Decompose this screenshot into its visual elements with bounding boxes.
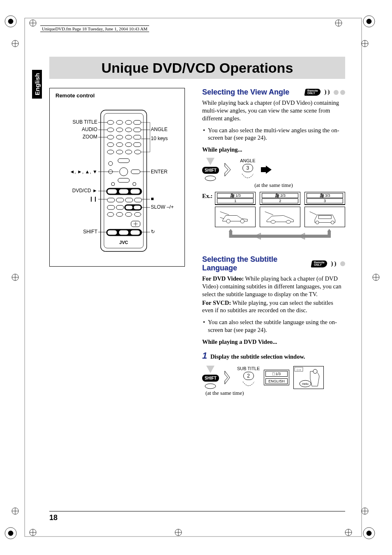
svg-text:ENTER: ENTER — [151, 169, 168, 175]
subtitle-button-2: 2 — [243, 372, 254, 380]
svg-point-29 — [175, 529, 182, 536]
svg-text:↻: ↻ — [151, 229, 155, 235]
svg-point-127 — [240, 219, 244, 223]
svg-text:⎕ 1/3: ⎕ 1/3 — [297, 369, 301, 371]
svg-point-26 — [30, 529, 36, 536]
svg-rect-74 — [119, 189, 129, 194]
svg-point-62 — [125, 150, 132, 154]
remote-control-diagram: Remote control — [49, 88, 185, 267]
same-time-caption: (at the same time) — [202, 182, 345, 189]
subtitle-label: SUB TITLE — [237, 366, 260, 371]
svg-rect-78 — [125, 198, 133, 202]
svg-text:ZOOM: ZOOM — [83, 134, 97, 140]
svg-point-48 — [107, 128, 114, 132]
svg-point-11 — [362, 40, 368, 47]
svg-line-132 — [265, 212, 273, 215]
svg-text:SUB TITLE: SUB TITLE — [73, 119, 97, 125]
svg-point-58 — [125, 143, 132, 147]
svg-rect-59 — [134, 143, 141, 147]
svg-point-54 — [125, 135, 132, 139]
svg-point-17 — [373, 274, 379, 281]
svg-text:■: ■ — [151, 196, 154, 202]
svg-rect-81 — [116, 205, 124, 210]
page-title: Unique DVD/VCD Operations — [49, 57, 345, 79]
svg-text:Hello: Hello — [302, 382, 309, 385]
svg-marker-140 — [328, 229, 331, 232]
section1-button-illustration: SHIFT ANGLE 3 — [202, 158, 345, 181]
svg-line-129 — [220, 217, 224, 219]
svg-marker-142 — [225, 371, 230, 384]
svg-text:DVD/CD ►: DVD/CD ► — [72, 188, 97, 193]
svg-point-35 — [30, 20, 36, 26]
svg-point-63 — [134, 150, 141, 154]
angle-label: ANGLE — [240, 158, 255, 163]
press-arrow-icon — [223, 161, 235, 178]
remote-only-badge: RemoteONLY — [311, 260, 328, 267]
svg-point-61 — [116, 150, 123, 154]
svg-point-50 — [125, 128, 132, 132]
svg-text:◄, ►, ▲, ▼: ◄, ►, ▲, ▼ — [69, 169, 97, 175]
svg-rect-84 — [134, 205, 141, 210]
svg-point-131 — [286, 220, 291, 223]
svg-point-1 — [8, 19, 13, 24]
svg-rect-80 — [107, 205, 115, 210]
svg-text:AUDIO: AUDIO — [82, 127, 97, 132]
svg-rect-95 — [130, 230, 140, 235]
svg-point-126 — [226, 219, 230, 223]
svg-point-57 — [116, 143, 123, 147]
section1-para: While playing back a chapter (of DVD Vid… — [202, 99, 345, 122]
ex-label: Ex.: — [202, 193, 212, 200]
svg-text:❙❙: ❙❙ — [89, 196, 97, 202]
shift-button: SHIFT — [202, 375, 219, 382]
svg-point-5 — [8, 531, 13, 536]
svg-rect-77 — [116, 198, 124, 202]
section1-subhead: While playing... — [202, 146, 345, 154]
section1-title: Selecting the View Angle — [202, 88, 302, 97]
svg-text:JVC: JVC — [119, 240, 128, 245]
sound-icon: ⦘⦘ — [330, 260, 337, 267]
svg-point-86 — [116, 212, 123, 216]
svg-point-88 — [134, 212, 141, 216]
svg-point-64 — [108, 161, 113, 166]
svg-point-52 — [107, 135, 114, 139]
svg-point-145 — [313, 369, 317, 373]
color-dots — [340, 261, 345, 266]
svg-point-56 — [107, 143, 114, 147]
svg-point-4 — [5, 527, 16, 539]
angle-row-cars — [215, 207, 345, 227]
svg-rect-76 — [107, 198, 115, 202]
svg-point-70 — [111, 182, 115, 186]
remote-title: Remote control — [55, 92, 179, 99]
svg-point-46 — [125, 120, 132, 124]
svg-point-85 — [107, 212, 114, 216]
step1: 1 Display the subtitle selection window. — [202, 350, 345, 362]
svg-rect-68 — [131, 170, 140, 174]
svg-point-6 — [363, 527, 375, 539]
svg-point-141 — [205, 384, 216, 389]
svg-point-44 — [107, 120, 114, 124]
svg-point-32 — [345, 529, 352, 536]
svg-text:SHIFT: SHIFT — [83, 229, 97, 235]
section2-subhead: While playing a DVD Video... — [202, 338, 345, 346]
svg-rect-133 — [318, 215, 331, 219]
svg-marker-139 — [229, 229, 233, 232]
shift-button: SHIFT — [202, 167, 219, 174]
svg-rect-79 — [134, 198, 142, 202]
svg-point-71 — [133, 182, 136, 186]
svg-point-0 — [5, 16, 16, 27]
angle-button-3: 3 — [242, 164, 253, 172]
section2-para1: For DVD Video: While playing back a chap… — [202, 275, 345, 298]
right-arrow-icon — [260, 165, 272, 175]
car-angle-icon — [264, 209, 296, 225]
svg-marker-124 — [225, 163, 231, 176]
press-arrow-icon — [223, 369, 233, 386]
svg-text:ANGLE: ANGLE — [151, 127, 168, 132]
language-tab: English — [32, 70, 42, 99]
down-arrow-icon — [206, 158, 214, 165]
document-header: UniqueDVD.fm Page 18 Tuesday, June 1, 20… — [40, 25, 149, 32]
svg-point-135 — [331, 221, 334, 224]
svg-line-136 — [309, 212, 316, 215]
svg-point-45 — [116, 120, 123, 124]
page-number: 18 — [49, 514, 58, 522]
svg-point-8 — [12, 40, 18, 47]
